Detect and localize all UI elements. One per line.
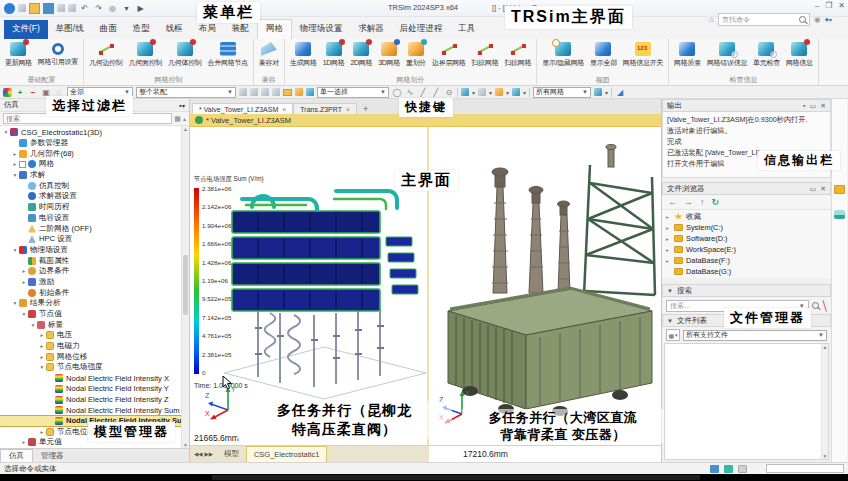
remove-select-icon[interactable]: − [28, 87, 38, 97]
tree-row[interactable]: ▸ 边界条件 [0, 266, 189, 277]
line-tool-icon[interactable]: ╱ [418, 87, 428, 97]
tree-row[interactable]: ▸ 激励 [0, 277, 189, 288]
ribbon-button[interactable]: 网格错误信息 [704, 41, 750, 75]
tree-row[interactable]: ▾ 求解 [0, 170, 189, 181]
ribbon-button[interactable]: 网格质量 [671, 41, 704, 75]
close-icon[interactable]: × [282, 106, 286, 113]
point-tool-icon[interactable]: ⊙ [444, 87, 454, 97]
tree-expand-icon[interactable]: ▾ [11, 172, 19, 178]
menu-tab[interactable]: 网格 [257, 19, 292, 39]
tree-row[interactable]: 截面属性 [0, 255, 189, 266]
tree-row[interactable]: Nodal Electric Field Intensity X [0, 373, 189, 384]
ribbon-button[interactable]: 单元检查 [750, 41, 783, 75]
tree-expand-icon[interactable]: ▾ [38, 364, 46, 370]
file-list[interactable]: ▲▼ [664, 343, 829, 460]
table-icon[interactable] [295, 88, 303, 96]
folder-row[interactable]: ▸ System(C:) [662, 222, 831, 233]
entity-filter-icon[interactable] [261, 88, 269, 96]
ribbon-button[interactable]: 网格信息开关 [620, 41, 666, 75]
back-icon[interactable]: ← [668, 197, 677, 207]
menu-tab[interactable]: 造型 [125, 20, 158, 39]
tree-expand-icon[interactable]: ▸ [38, 429, 46, 435]
dropdown-icon[interactable]: ▾ [121, 3, 132, 14]
tree-row[interactable]: ▾ CSG_Electrostatic1(3D) [0, 127, 189, 138]
maximize-button[interactable]: ❐ [825, 1, 832, 10]
play-icon[interactable]: ▶ [135, 3, 146, 14]
mesh-visibility-select[interactable]: 所有网格▼ [533, 87, 591, 98]
tree-expand-icon[interactable]: ▾ [29, 322, 37, 328]
file-type-select[interactable]: 所有支持文件 ▼ [683, 330, 827, 341]
tree-expand-icon[interactable]: ▸ [666, 214, 674, 220]
folder-row[interactable]: ▸ 收藏 [662, 211, 831, 222]
refresh-icon[interactable]: ↻ [712, 197, 720, 207]
line-tool-icon[interactable]: ╱ [431, 87, 441, 97]
selection-filter-icon[interactable] [3, 88, 12, 97]
menu-tab[interactable]: 文件(F) [4, 20, 48, 39]
ribbon-button[interactable]: 边界层网格 [429, 41, 469, 75]
ribbon-button[interactable]: 显示/隐藏网格 [539, 41, 587, 75]
curve-tool-icon[interactable]: ∿ [405, 87, 415, 97]
ribbon-button[interactable]: 几何面控制 [126, 41, 166, 75]
ribbon-button[interactable]: 几何体控制 [165, 41, 205, 75]
tree-row[interactable]: ▸ 网格 [0, 159, 189, 170]
ribbon-button[interactable]: 扫掠网格 [501, 41, 534, 75]
tree-row[interactable]: ▸ 几何部件(68) [0, 148, 189, 159]
menu-tab[interactable]: 线框 [158, 20, 191, 39]
folder-row[interactable]: ▸ WorkSpace(E:) [662, 244, 831, 255]
shaded-view-icon[interactable] [461, 88, 469, 96]
app-logo-icon[interactable] [4, 3, 15, 14]
ribbon-button[interactable]: 生成网格 [287, 41, 320, 75]
new-tab-button[interactable]: + [357, 104, 374, 114]
new-file-icon[interactable] [18, 4, 26, 12]
clear-filter-icon[interactable]: ╲ [821, 300, 828, 311]
tree-expand-icon[interactable]: ▾ [11, 247, 19, 253]
up-icon[interactable]: ↑ [700, 197, 705, 207]
tree-expand-icon[interactable]: ▸ [20, 439, 28, 445]
menu-tab[interactable]: 求解器 [350, 20, 392, 39]
tree-row[interactable]: 仿真控制 [0, 180, 189, 191]
float-icon[interactable]: ▭ [810, 185, 817, 193]
search-icon[interactable] [812, 302, 819, 309]
left-panel-tab[interactable]: 管理器 [33, 449, 72, 462]
tree-row[interactable]: Nodal Electric Field Intensity Y [0, 384, 189, 395]
ribbon-button[interactable]: 合并网格节点 [205, 41, 251, 75]
ribbon-button[interactable]: 网格信息 [783, 41, 816, 75]
tree-expand-icon[interactable]: ▸ [38, 354, 46, 360]
tree-row[interactable]: 初始条件 [0, 287, 189, 298]
library-icon[interactable] [306, 88, 314, 96]
redo-icon[interactable]: ↷ [93, 3, 104, 14]
file-list-scrollbar[interactable]: ▲▼ [821, 344, 828, 459]
render-view-icon[interactable] [512, 88, 520, 96]
library-folder-icon[interactable] [834, 185, 845, 194]
menu-tab[interactable]: 曲面 [92, 20, 125, 39]
print-icon[interactable] [68, 4, 76, 12]
tree-row[interactable]: ▸ 网格位移 [0, 351, 189, 362]
tree-expand-icon[interactable]: ▸ [666, 258, 674, 264]
ribbon-button[interactable]: 扫掠网格 [469, 41, 502, 75]
tree-row[interactable]: ▾ 节点值 [0, 309, 189, 320]
tree-expand-icon[interactable]: ▸ [666, 236, 674, 242]
status-input[interactable] [766, 464, 844, 473]
collapse-all-icon[interactable]: ▴ [183, 115, 186, 122]
ribbon-button[interactable]: 兼容对 [256, 41, 282, 75]
ribbon-button[interactable]: 2D网格 [347, 41, 375, 75]
ribbon-button[interactable]: 1D网格 [320, 41, 348, 75]
entity-filter-icon[interactable] [272, 88, 280, 96]
target-style-icon[interactable]: ◎ [107, 3, 118, 14]
tree-expand-icon[interactable]: ▸ [20, 279, 28, 285]
tree-expand-icon[interactable]: ▾ [11, 300, 19, 306]
tree-row[interactable]: ▾ 标量 [0, 319, 189, 330]
tree-expand-icon[interactable]: ▸ [666, 247, 674, 253]
folder-row[interactable]: ▸ Software(D:) [662, 233, 831, 244]
viewport-tab[interactable]: CSG_Electrostatic1 [246, 446, 327, 462]
tree-row[interactable]: 参数管理器 [0, 138, 189, 149]
open-file-icon[interactable] [29, 3, 40, 14]
forward-icon[interactable]: → [684, 197, 693, 207]
folder-row[interactable]: DataBase(G:) [662, 266, 831, 277]
tree-row[interactable]: Nodal Electric Field Intensity Z [0, 394, 189, 405]
ribbon-button[interactable]: 3D网格 [375, 41, 403, 75]
ribbon-button[interactable]: 几何边控制 [86, 41, 126, 75]
filter-icon[interactable]: ▦ [174, 115, 181, 123]
print-icon[interactable] [57, 4, 65, 12]
ribbon-button[interactable]: 显示全部 [587, 41, 620, 75]
